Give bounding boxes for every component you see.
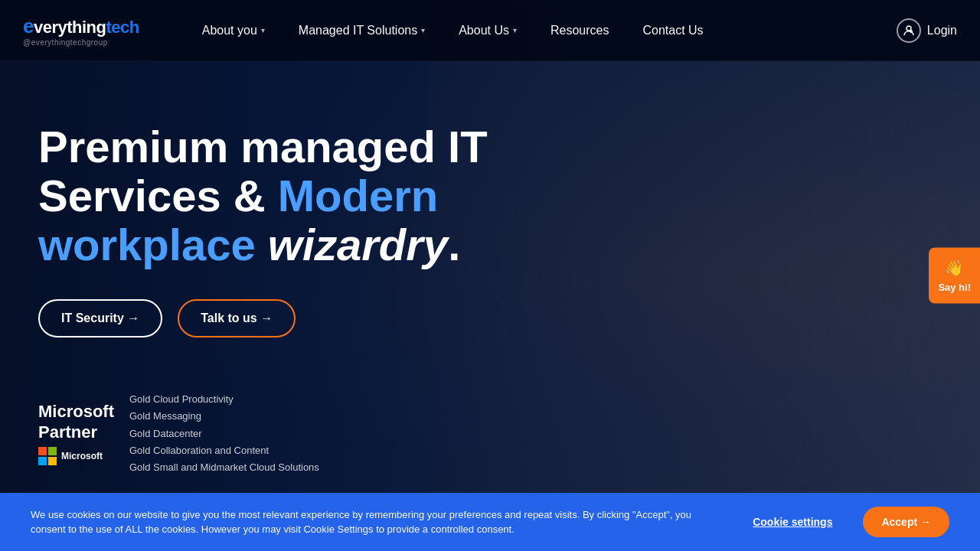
hero-modern-text: Modern [278,171,438,220]
ms-partner-text: Microsoft Partner Microsoft [38,402,114,465]
ms-cert-2: Gold Messaging [129,408,319,425]
nav-managed-it-label: Managed IT Solutions [299,24,417,37]
hero-line3: workplace wizardry. [38,220,513,269]
nav-item-about-you[interactable]: About you ▾ [185,0,282,61]
nav-links: About you ▾ Managed IT Solutions ▾ About… [185,0,897,61]
nav-item-managed-it[interactable]: Managed IT Solutions ▾ [282,0,442,61]
logo-e: e [23,15,34,37]
cookie-accept-label: Accept → [881,516,931,528]
login-label: Login [927,24,957,37]
it-security-button[interactable]: IT Security → [38,299,162,337]
hero-line1: Premium managed IT [38,122,513,171]
hero-services-text: Services & [38,171,278,220]
hero-period: . [448,220,460,269]
nav-about-you-arrow: ▾ [261,26,265,34]
nav-item-about-us[interactable]: About Us ▾ [442,0,534,61]
navbar: everythingtech @everythingtechgroup Abou… [0,0,980,61]
nav-about-you-label: About you [202,24,257,37]
cookie-settings-button[interactable]: Cookie settings [753,516,832,528]
hero-workplace-text: workplace [38,220,256,269]
hero-content: Premium managed IT Services & Modern wor… [0,61,980,551]
say-hi-button[interactable]: 👋 Say hi! [929,248,980,304]
ms-logo: Microsoft [38,447,114,465]
logo[interactable]: everythingtech @everythingtechgroup [23,15,139,47]
ms-partner-name-line2: Partner [38,422,114,442]
nav-resources-label: Resources [550,24,609,37]
login-button[interactable]: Login [897,18,957,43]
ms-cert-4: Gold Collaboration and Content [129,442,319,459]
nav-managed-it-arrow: ▾ [421,26,425,34]
logo-tech: tech [106,18,139,37]
ms-sq-yellow [48,457,57,465]
cookie-banner: We use cookies on our website to give yo… [0,493,980,551]
ms-certs: Gold Cloud Productivity Gold Messaging G… [129,391,319,475]
ms-name-text: Microsoft [61,451,103,461]
ms-squares [38,447,57,465]
cookie-accept-button[interactable]: Accept → [863,507,949,537]
microsoft-partner: Microsoft Partner Microsoft Gold Cloud P… [38,391,942,475]
it-security-label: IT Security → [61,311,139,325]
ms-sq-blue [38,457,47,465]
ms-sq-green [48,447,57,455]
hero-buttons: IT Security → Talk to us → [38,299,942,337]
ms-sq-red [38,447,47,455]
hero-line2: Services & Modern [38,171,513,220]
wave-icon: 👋 [945,259,964,277]
hero-title: Premium managed IT Services & Modern wor… [38,122,513,269]
logo-sub: @everythingtechgroup [23,38,139,47]
nav-item-contact-us[interactable]: Contact Us [626,0,720,61]
ms-cert-3: Gold Datacenter [129,425,319,442]
logo-text: everythingtech [23,15,139,38]
ms-cert-5: Gold Small and Midmarket Cloud Solutions [129,459,319,476]
talk-to-us-label: Talk to us → [201,311,273,325]
say-hi-label: Say hi! [938,282,971,293]
ms-cert-1: Gold Cloud Productivity [129,391,319,408]
hero-wizardry-text: wizardry [256,220,448,269]
nav-about-us-label: About Us [459,24,509,37]
nav-about-us-arrow: ▾ [513,26,517,34]
talk-to-us-button[interactable]: Talk to us → [178,299,296,337]
login-icon [897,18,921,43]
ms-partner-name-line1: Microsoft [38,402,114,422]
logo-everything: verything [34,18,106,37]
cookie-text: We use cookies on our website to give yo… [31,507,722,537]
nav-item-resources[interactable]: Resources [534,0,626,61]
nav-contact-us-label: Contact Us [642,24,703,37]
